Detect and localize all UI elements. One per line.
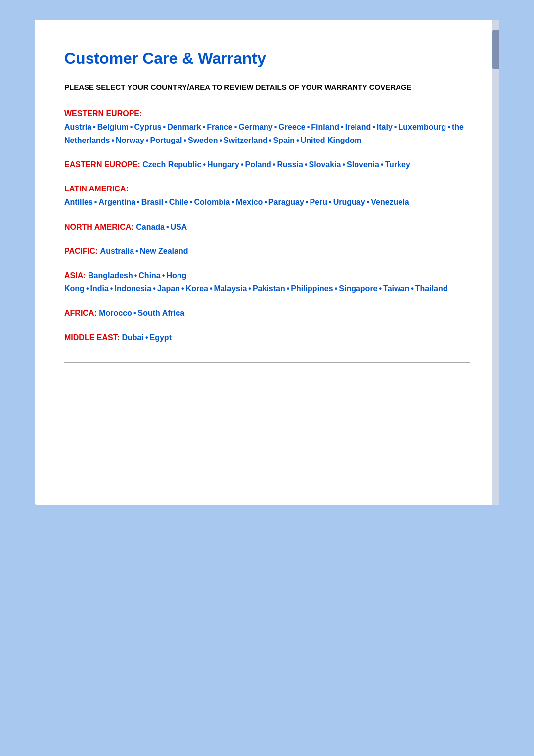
bullet: • <box>342 160 345 169</box>
bullet: • <box>447 123 450 131</box>
country-link[interactable]: Switzerland <box>223 136 267 144</box>
region-label-western-europe: WESTERN EUROPE: <box>64 109 142 118</box>
country-link[interactable]: Indonesia <box>114 284 151 293</box>
country-link[interactable]: Sweden <box>188 136 218 144</box>
region-eastern-europe: EASTERN EUROPE: Czech Republic•Hungary•P… <box>64 158 470 171</box>
bullet: • <box>203 160 206 169</box>
page-title: Customer Care & Warranty <box>64 49 470 68</box>
country-link[interactable]: Portugal <box>150 136 182 144</box>
country-link[interactable]: Paraguay <box>268 198 304 206</box>
country-link[interactable]: Ireland <box>345 123 371 131</box>
country-link[interactable]: Uruguay <box>333 198 365 206</box>
country-link[interactable]: Austria <box>64 123 91 131</box>
country-link[interactable]: Morocco <box>99 309 132 317</box>
bullet: • <box>248 284 251 293</box>
country-link[interactable]: Luxembourg <box>398 123 446 131</box>
country-link[interactable]: Thailand <box>415 284 448 293</box>
bullet: • <box>94 198 97 206</box>
country-link[interactable]: Japan <box>157 284 180 293</box>
bullet: • <box>134 309 136 317</box>
country-link[interactable]: Antilles <box>64 198 93 206</box>
bullet: • <box>231 198 234 206</box>
country-link[interactable]: China <box>138 271 160 280</box>
scrollbar[interactable] <box>492 20 499 505</box>
bullet: • <box>264 198 267 206</box>
bullet: • <box>372 123 375 131</box>
region-label-eastern-europe: EASTERN EUROPE: <box>64 160 140 169</box>
country-link[interactable]: Turkey <box>385 160 410 169</box>
country-link[interactable]: Australia <box>100 247 134 255</box>
divider <box>64 362 470 363</box>
country-link[interactable]: Singapore <box>339 284 377 293</box>
region-pacific: PACIFIC: Australia•New Zealand <box>64 244 470 258</box>
country-link[interactable]: Hungary <box>207 160 239 169</box>
country-link[interactable]: Mexico <box>236 198 263 206</box>
country-link[interactable]: Korea <box>186 284 208 293</box>
region-north-america: NORTH AMERICA: Canada•USA <box>64 220 470 234</box>
region-label-middle-east: MIDDLE EAST: <box>64 333 120 342</box>
bullet: • <box>153 284 156 293</box>
country-link[interactable]: Denmark <box>167 123 201 131</box>
country-link[interactable]: Czech Republic <box>142 160 201 169</box>
country-link[interactable]: Finland <box>311 123 339 131</box>
bullet: • <box>341 123 344 131</box>
bullet: • <box>394 123 397 131</box>
country-link[interactable]: Greece <box>278 123 305 131</box>
bullet: • <box>379 284 382 293</box>
region-africa: AFRICA: Morocco•South Africa <box>64 306 470 320</box>
country-link[interactable]: Norway <box>116 136 144 144</box>
country-link[interactable]: Canada <box>136 223 165 231</box>
bullet: • <box>305 160 308 169</box>
bullet: • <box>181 284 184 293</box>
bullet: • <box>381 160 384 169</box>
region-asia: ASIA: Bangladesh•China•Hong Kong•India•I… <box>64 269 470 295</box>
country-link[interactable]: USA <box>171 223 187 231</box>
bullet: • <box>219 136 222 144</box>
bullet: • <box>335 284 338 293</box>
country-link[interactable]: South Africa <box>138 309 185 317</box>
region-middle-east: MIDDLE EAST: Dubai•Egypt <box>64 331 470 344</box>
country-link[interactable]: Taiwan <box>383 284 409 293</box>
country-link[interactable]: New Zealand <box>140 247 188 255</box>
bullet: • <box>273 160 276 169</box>
country-link[interactable]: Colombia <box>194 198 230 206</box>
bullet: • <box>307 123 310 131</box>
country-link[interactable]: Venezuela <box>371 198 409 206</box>
bullet: • <box>93 123 96 131</box>
country-link[interactable]: Bangladesh <box>88 271 133 280</box>
scrollbar-thumb[interactable] <box>492 30 499 69</box>
country-link[interactable]: Brasil <box>141 198 163 206</box>
page-subtitle: PLEASE SELECT YOUR COUNTRY/AREA TO REVIE… <box>64 82 470 93</box>
country-link[interactable]: Egypt <box>150 333 172 342</box>
country-link[interactable]: Peru <box>310 198 328 206</box>
bullet: • <box>111 136 114 144</box>
bullet: • <box>137 198 140 206</box>
country-link[interactable]: Chile <box>169 198 188 206</box>
country-link[interactable]: Pakistan <box>253 284 285 293</box>
country-link[interactable]: Malaysia <box>214 284 247 293</box>
country-link[interactable]: Poland <box>245 160 271 169</box>
country-link[interactable]: Russia <box>277 160 303 169</box>
country-link[interactable]: Germany <box>238 123 272 131</box>
country-link[interactable]: Argentina <box>98 198 135 206</box>
bullet: • <box>203 123 206 131</box>
bullet: • <box>135 247 138 255</box>
country-link[interactable]: United Kingdom <box>301 136 362 144</box>
bullet: • <box>210 284 213 293</box>
bullet: • <box>166 223 169 231</box>
country-link[interactable]: India <box>90 284 108 293</box>
country-link[interactable]: Italy <box>377 123 393 131</box>
country-link[interactable]: Dubai <box>122 333 143 342</box>
bullet: • <box>411 284 414 293</box>
country-link[interactable]: Philippines <box>291 284 333 293</box>
bullet: • <box>367 198 370 206</box>
country-link[interactable]: Slovakia <box>309 160 341 169</box>
country-link[interactable]: France <box>207 123 232 131</box>
bullet: • <box>287 284 290 293</box>
country-link[interactable]: Slovenia <box>347 160 379 169</box>
country-link[interactable]: Belgium <box>97 123 129 131</box>
country-link[interactable]: Spain <box>273 136 295 144</box>
bullet: • <box>163 123 166 131</box>
region-label-pacific: PACIFIC: <box>64 247 98 255</box>
country-link[interactable]: Cyprus <box>134 123 161 131</box>
